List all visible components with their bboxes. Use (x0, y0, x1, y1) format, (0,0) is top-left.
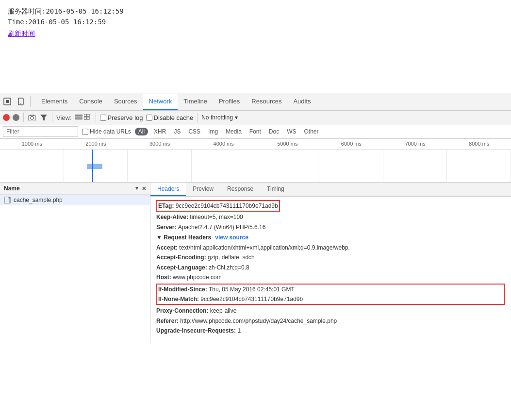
svg-marker-7 (40, 115, 47, 120)
timeline-label-2: 3000 ms (128, 141, 192, 149)
filter-font[interactable]: Font (247, 128, 263, 135)
detail-tab-timing[interactable]: Timing (260, 183, 291, 196)
referer-key: Referer: (156, 318, 180, 324)
list-view-icon[interactable] (75, 114, 82, 121)
etag-key: ETag: (158, 202, 176, 209)
stop-button[interactable] (13, 114, 19, 121)
filter-ws[interactable]: WS (285, 128, 298, 135)
tab-console[interactable]: Console (73, 94, 108, 110)
proxy-connection-key: Proxy-Connection: (156, 307, 210, 314)
timeline-request-bar (87, 164, 102, 169)
record-button[interactable] (3, 114, 10, 121)
timeline-chart (0, 150, 511, 183)
svg-point-5 (31, 117, 33, 119)
detail-panel: Headers Preview Response Timing ETag: 9c… (150, 183, 511, 343)
throttle-chevron: ▾ (235, 114, 238, 121)
tab-profiles[interactable]: Profiles (213, 94, 246, 110)
view-source-link[interactable]: view source (215, 234, 248, 241)
filter-doc[interactable]: Doc (267, 128, 281, 135)
camera-icon[interactable] (28, 113, 36, 122)
keepalive-value: timeout=5, max=100 (190, 214, 243, 220)
svg-point-3 (20, 103, 21, 104)
filter-bar: Hide data URLs All XHR JS CSS Img Media … (0, 125, 511, 139)
filter-img[interactable]: Img (206, 128, 220, 135)
timeline-label-1: 2000 ms (64, 141, 128, 149)
tab-sources[interactable]: Sources (108, 94, 143, 110)
if-none-match-value: 9cc9ee2c9104cb743111170b9e71ad9b (200, 296, 303, 302)
accept-row: Accept: text/html,application/xhtml+xml,… (156, 243, 505, 252)
preserve-log-checkbox[interactable] (100, 115, 106, 121)
svg-rect-11 (84, 114, 86, 117)
mobile-icon[interactable] (16, 96, 26, 107)
refresh-link[interactable]: 刷新时间 (8, 30, 35, 38)
disable-cache-label: Disable cache (154, 114, 194, 121)
preserve-log-label: Preserve log (108, 114, 143, 121)
detail-tab-preview[interactable]: Preview (186, 183, 220, 196)
throttle-select[interactable]: No throttling ▾ (201, 114, 238, 121)
file-list: Name ▾ × cache_sample.php (0, 183, 150, 343)
svg-rect-12 (87, 114, 89, 117)
request-headers-section: ▼ Request Headers view source (156, 232, 505, 243)
accept-language-key: Accept-Language: (156, 264, 209, 271)
server-key: Server: (156, 224, 178, 231)
timeline-label-3: 4000 ms (192, 141, 256, 149)
tab-resources[interactable]: Resources (246, 94, 287, 110)
upgrade-insecure-key: Upgrade-Insecure-Requests: (156, 327, 237, 334)
server-time-line1: 服务器时间:2016-05-05 16:12:59 (8, 6, 503, 17)
inspect-icon[interactable] (2, 96, 13, 107)
accept-key: Accept: (156, 244, 179, 251)
filter-other[interactable]: Other (302, 128, 321, 135)
timeline-label-7: 8000 ms (447, 141, 511, 149)
name-column-header: Name (4, 185, 20, 192)
close-detail-btn[interactable]: × (142, 185, 146, 192)
host-key: Host: (156, 274, 173, 281)
tab-audits[interactable]: Audits (287, 94, 316, 110)
etag-value: 9cc9ee2c9104cb743111170b9e71ad9b (176, 202, 278, 209)
detail-tab-headers[interactable]: Headers (150, 183, 186, 196)
if-modified-since-key: If-Modified-Since: (158, 286, 209, 293)
tab-timeline[interactable]: Timeline (178, 94, 213, 110)
filter-xhr[interactable]: XHR (152, 128, 168, 135)
top-content: 服务器时间:2016-05-05 16:12:59 Time:2016-05-0… (0, 0, 511, 44)
timeline-label-0: 1000 ms (0, 141, 64, 149)
filter-icon[interactable] (39, 113, 48, 122)
file-item-cache-sample[interactable]: cache_sample.php (0, 195, 150, 205)
main-panel: Name ▾ × cache_sample.php Headers Previe… (0, 183, 511, 343)
server-time: 服务器时间:2016-05-05 16:12:59 Time:2016-05-0… (8, 6, 503, 28)
svg-rect-14 (87, 117, 89, 119)
view-label: View: (56, 114, 72, 121)
filter-media[interactable]: Media (224, 128, 244, 135)
filter-input[interactable] (3, 126, 78, 137)
tab-network[interactable]: Network (143, 94, 178, 110)
hide-data-urls-text: Hide data URLs (90, 128, 131, 135)
toolbar-separator-2 (52, 113, 52, 122)
if-none-match-key: If-None-Match: (158, 296, 200, 302)
filter-css[interactable]: CSS (186, 128, 202, 135)
filter-js[interactable]: JS (172, 128, 182, 135)
server-row: Server: Apache/2.4.7 (Win64) PHP/5.6.16 (156, 222, 505, 232)
disable-cache-checkbox[interactable] (146, 115, 152, 121)
svg-rect-10 (75, 118, 82, 119)
view-icons (75, 114, 92, 121)
if-modified-since-value: Thu, 05 May 2016 02:45:01 GMT (209, 286, 295, 293)
keepalive-key: Keep-Alive: (156, 214, 190, 220)
all-filter-btn[interactable]: All (135, 128, 148, 135)
if-modified-match-highlight: If-Modified-Since: Thu, 05 May 2016 02:4… (156, 284, 505, 305)
timeline-label-6: 7000 ms (383, 141, 447, 149)
timeline-label-5: 6000 ms (319, 141, 383, 149)
headers-content: ETag: 9cc9ee2c9104cb743111170b9e71ad9b K… (150, 197, 511, 339)
server-value: Apache/2.4.7 (Win64) PHP/5.6.16 (178, 224, 266, 231)
tab-list: Elements Console Sources Network Timelin… (35, 94, 317, 110)
devtools-icons (2, 96, 31, 107)
hide-data-urls-checkbox[interactable] (82, 129, 88, 135)
sort-arrow: ▾ (135, 185, 138, 191)
scatter-view-icon[interactable] (84, 114, 92, 121)
hide-data-urls-label[interactable]: Hide data URLs (82, 128, 131, 135)
toolbar-separator-1 (23, 113, 24, 122)
toolbar-separator-4 (197, 113, 198, 122)
timeline-bar: 1000 ms 2000 ms 3000 ms 4000 ms 5000 ms … (0, 139, 511, 183)
detail-tab-response[interactable]: Response (220, 183, 260, 196)
tab-elements[interactable]: Elements (35, 94, 73, 110)
timeline-label-4: 5000 ms (256, 141, 320, 149)
host-value: www.phpcode.com (173, 274, 222, 281)
